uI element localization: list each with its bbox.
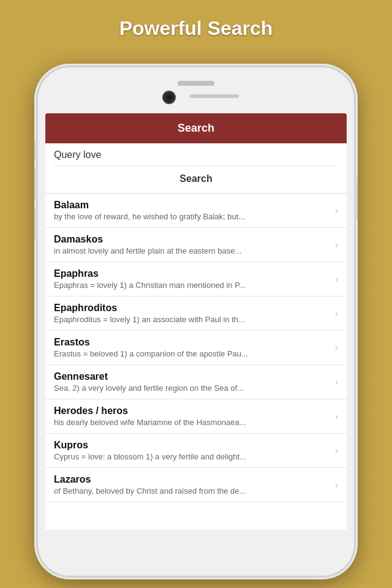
list-item[interactable]: Epaphras Epaphras = lovely 1) a Christia… [45,262,347,296]
chevron-right-icon: › [335,308,338,319]
nav-bar: Search [45,113,347,143]
list-item[interactable]: Kupros Cyprus = love: a blossom 1) a ver… [45,434,347,468]
result-title: Damaskos [54,234,330,245]
query-label: Query [54,149,81,160]
result-snippet: by the love of reward, he wished to grat… [54,212,330,221]
result-content: Gennesaret Sea. 2) a very lovely and fer… [54,371,330,393]
page-title: Powerful Search [0,17,392,40]
result-snippet: of Bethany, beloved by Christ and raised… [54,486,330,496]
result-title: Gennesaret [54,371,330,382]
speaker-bottom-icon [190,94,239,98]
result-snippet: Sea. 2) a very lovely and fertile region… [54,383,330,393]
list-item[interactable]: Herodes / heros his dearly beloved wife … [45,399,347,434]
result-title: Balaam [54,200,330,211]
camera-icon [162,91,176,104]
chevron-right-icon: › [335,377,338,388]
app-screen: Search Query love Search Balaam by the l… [45,113,347,530]
result-content: Epaphras Epaphras = lovely 1) a Christia… [54,268,330,290]
result-content: Lazaros of Bethany, beloved by Christ an… [54,474,330,496]
volume-up-button [34,168,37,202]
result-snippet: Epaphroditus = lovely 1) an associate wi… [54,315,330,324]
list-item[interactable]: Lazaros of Bethany, beloved by Christ an… [45,468,347,502]
result-title: Herodes / heros [54,405,330,417]
result-title: Epaphroditos [54,303,330,314]
result-snippet: Erastus = beloved 1) a companion of the … [54,349,330,358]
chevron-right-icon: › [335,342,338,353]
results-list: Balaam by the love of reward, he wished … [45,194,347,530]
result-title: Lazaros [54,474,330,485]
search-area: Query love Search [45,143,347,194]
query-row: Query love [54,149,338,166]
result-content: Balaam by the love of reward, he wished … [54,200,330,221]
search-button[interactable]: Search [54,171,338,187]
result-snippet: Epaphras = lovely 1) a Christian man men… [54,281,330,290]
chevron-right-icon: › [335,445,338,456]
result-content: Erastos Erastus = beloved 1) a companion… [54,337,330,358]
query-value[interactable]: love [83,149,101,160]
chevron-right-icon: › [335,480,338,491]
result-snippet: his dearly beloved wife Mariamne of the … [54,418,330,427]
chevron-right-icon: › [335,274,338,285]
mute-button [34,141,37,160]
chevron-right-icon: › [335,239,338,251]
list-item[interactable]: Erastos Erastus = beloved 1) a companion… [45,331,347,365]
result-content: Damaskos in almost lovely and fertile pl… [54,234,330,255]
volume-down-button [34,208,37,242]
result-title: Erastos [54,337,330,348]
nav-title: Search [55,122,337,135]
power-button [355,178,358,221]
result-content: Herodes / heros his dearly beloved wife … [54,405,330,427]
speaker-top-icon [178,81,214,86]
chevron-right-icon: › [335,205,338,216]
result-snippet: in almost lovely and fertile plain at th… [54,246,330,255]
result-snippet: Cyprus = love: a blossom 1) a very ferti… [54,452,330,461]
list-item[interactable]: Damaskos in almost lovely and fertile pl… [45,228,347,262]
result-content: Kupros Cyprus = love: a blossom 1) a ver… [54,440,330,461]
result-title: Epaphras [54,268,330,279]
chevron-right-icon: › [335,411,338,422]
list-item[interactable]: Epaphroditos Epaphroditus = lovely 1) an… [45,296,347,331]
result-content: Epaphroditos Epaphroditus = lovely 1) an… [54,303,330,324]
result-title: Kupros [54,440,330,451]
list-item[interactable]: Balaam by the love of reward, he wished … [45,194,347,228]
list-item[interactable]: Gennesaret Sea. 2) a very lovely and fer… [45,365,347,399]
phone-frame: Search Query love Search Balaam by the l… [38,67,354,576]
